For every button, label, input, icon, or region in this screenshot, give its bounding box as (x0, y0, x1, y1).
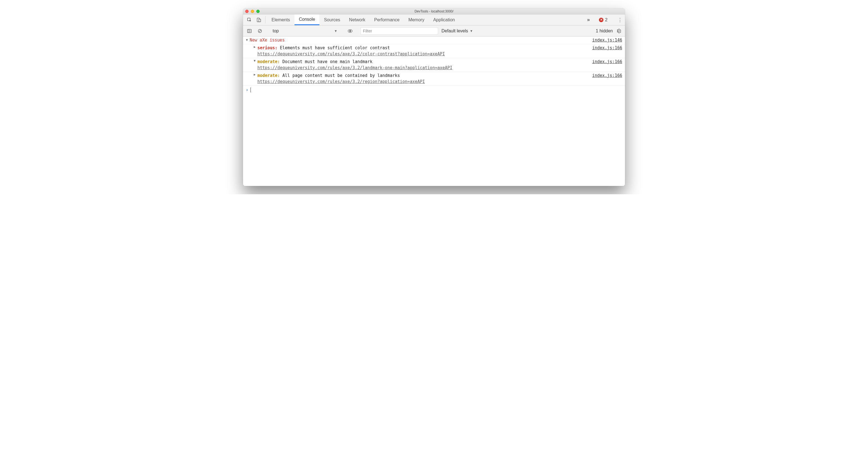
chevron-down-icon: ▼ (470, 29, 473, 33)
more-tabs-button[interactable]: » (587, 17, 590, 23)
issue-url-link[interactable]: https://dequeuniversity.com/rules/axe/3.… (257, 65, 592, 71)
context-selector[interactable]: top ▼ (271, 27, 340, 35)
minimize-window-button[interactable] (251, 10, 254, 13)
svg-point-7 (349, 30, 351, 32)
tab-application[interactable]: Application (429, 14, 459, 25)
titlebar: DevTools - localhost:3000/ (243, 8, 625, 14)
error-icon: ✕ (599, 18, 603, 22)
console-group-header[interactable]: ▼ New aXe issues index.js:146 (243, 36, 625, 44)
console-group-title: New aXe issues (250, 37, 284, 43)
issue-url-link[interactable]: https://dequeuniversity.com/rules/axe/3.… (257, 51, 592, 57)
console-issue-row[interactable]: ▶serious: Elements must have sufficient … (243, 44, 625, 58)
zoom-window-button[interactable] (256, 10, 259, 13)
chevron-down-icon: ▼ (334, 29, 337, 33)
error-count-badge[interactable]: ✕ 2 (599, 18, 608, 23)
issue-message: All page content must be contained by la… (282, 73, 400, 78)
severity-label: serious: (257, 45, 277, 50)
disclosure-triangle-right-icon[interactable]: ▶ (253, 45, 256, 50)
console-toolbar: top ▼ Default levels ▼ 1 hidden (243, 26, 625, 36)
severity-label: moderate: (257, 73, 280, 78)
issue-content: moderate: Document must have one main la… (256, 59, 592, 71)
issue-message: Elements must have sufficient color cont… (280, 45, 390, 50)
severity-label: moderate: (257, 59, 280, 64)
window-title: DevTools - localhost:3000/ (243, 9, 625, 13)
window-controls (245, 10, 259, 13)
tab-network[interactable]: Network (345, 14, 370, 25)
log-level-value: Default levels (441, 29, 468, 33)
console-issue-row[interactable]: ▼moderate: Document must have one main l… (243, 58, 625, 72)
filter-input[interactable] (361, 27, 438, 35)
tabs: ElementsConsoleSourcesNetworkPerformance… (267, 14, 587, 25)
clear-console-icon[interactable] (255, 29, 265, 33)
prompt-caret-icon: › (246, 87, 248, 93)
tab-console[interactable]: Console (294, 14, 320, 25)
disclosure-triangle-down-icon[interactable]: ▼ (253, 59, 256, 63)
issue-message: Document must have one main landmark (282, 59, 372, 64)
source-link[interactable]: index.js:166 (592, 59, 622, 65)
disclosure-triangle-right-icon[interactable]: ▶ (253, 72, 256, 77)
console-issue-row[interactable]: ▶moderate: All page content must be cont… (243, 72, 625, 86)
source-link[interactable]: index.js:166 (592, 45, 622, 51)
source-link[interactable]: index.js:166 (592, 72, 622, 79)
svg-line-6 (259, 30, 261, 32)
disclosure-triangle-down-icon[interactable]: ▼ (245, 38, 249, 42)
live-expression-icon[interactable] (345, 29, 355, 33)
text-cursor (250, 88, 251, 92)
device-toolbar-icon[interactable] (254, 14, 264, 25)
svg-rect-2 (259, 19, 261, 22)
console-settings-icon[interactable] (614, 29, 623, 33)
close-window-button[interactable] (245, 10, 249, 13)
issue-content: moderate: All page content must be conta… (256, 72, 592, 85)
console-prompt[interactable]: › (243, 86, 625, 94)
svg-rect-3 (247, 29, 251, 33)
tab-performance[interactable]: Performance (370, 14, 404, 25)
settings-menu-button[interactable]: ⋮ (617, 17, 623, 23)
divider (265, 16, 266, 24)
context-value: top (273, 29, 279, 33)
error-count: 2 (605, 18, 608, 23)
inspect-element-icon[interactable] (245, 14, 254, 25)
tab-elements[interactable]: Elements (267, 14, 294, 25)
devtools-window: DevTools - localhost:3000/ ElementsConso… (243, 8, 625, 186)
source-link[interactable]: index.js:146 (592, 37, 622, 43)
tab-memory[interactable]: Memory (404, 14, 429, 25)
toggle-sidebar-icon[interactable] (245, 29, 254, 33)
issue-content: serious: Elements must have sufficient c… (256, 45, 592, 57)
log-level-selector[interactable]: Default levels ▼ (439, 29, 475, 33)
issue-url-link[interactable]: https://dequeuniversity.com/rules/axe/3.… (257, 79, 592, 85)
console-output: ▼ New aXe issues index.js:146 ▶serious: … (243, 36, 625, 186)
hidden-messages-count[interactable]: 1 hidden (596, 29, 613, 33)
tab-sources[interactable]: Sources (319, 14, 345, 25)
main-tabbar: ElementsConsoleSourcesNetworkPerformance… (243, 14, 625, 26)
